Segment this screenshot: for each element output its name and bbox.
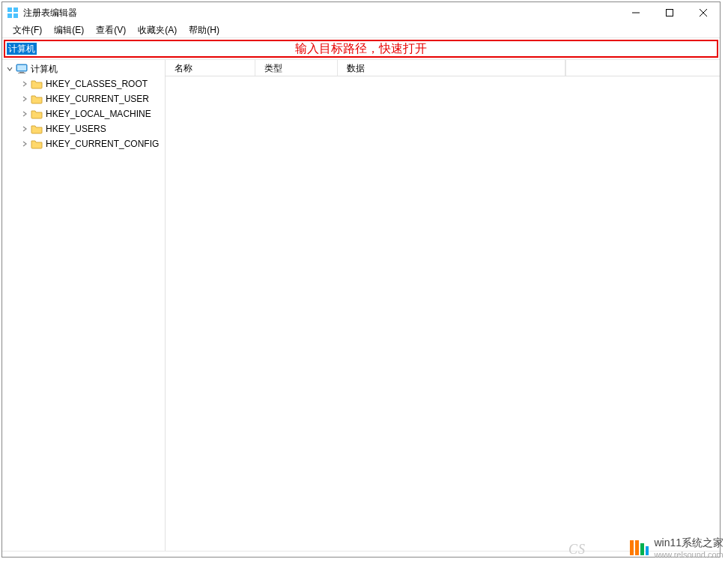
statusbar [2,551,720,557]
address-selection: 计算机 [7,43,37,55]
site-watermark: win11系统之家 www.relsound.com [628,537,724,559]
list-body[interactable] [166,76,720,551]
svg-rect-10 [19,72,24,73]
tree-node-hkcc[interactable]: HKEY_CURRENT_CONFIG [2,136,165,151]
cs-watermark: CS [568,542,586,558]
chevron-right-icon[interactable] [20,94,29,103]
tree-node-label: HKEY_CLASSES_ROOT [46,79,148,89]
svg-rect-3 [13,13,18,18]
folder-icon [31,78,43,90]
svg-rect-2 [7,13,12,18]
menu-edit[interactable]: 编辑(E) [48,22,90,38]
tree-root-computer[interactable]: 计算机 [2,61,165,76]
menu-favorites[interactable]: 收藏夹(A) [132,22,183,38]
folder-icon [31,108,43,120]
column-name[interactable]: 名称 [166,60,255,76]
tree-root-label: 计算机 [31,63,58,76]
svg-rect-14 [640,543,644,555]
chevron-down-icon[interactable] [5,64,14,73]
app-icon [7,7,19,19]
watermark-title: win11系统之家 [654,537,724,550]
column-type[interactable]: 类型 [255,60,338,76]
svg-rect-1 [13,7,18,12]
watermark-url: www.relsound.com [654,550,724,559]
folder-icon [31,123,43,135]
minimize-button[interactable] [619,2,652,23]
main-area: 计算机 HKEY_CLASSES_ROOT HKEY_CURRENT_USE [2,59,720,551]
tree-node-hkcr[interactable]: HKEY_CLASSES_ROOT [2,76,165,91]
chevron-right-icon[interactable] [20,124,29,133]
registry-editor-window: 注册表编辑器 文件(F) 编辑(E) 查看(V) 收藏夹(A) 帮助(H) 计算… [1,1,721,558]
svg-rect-5 [666,10,673,16]
tree-node-label: HKEY_LOCAL_MACHINE [46,109,151,119]
titlebar: 注册表编辑器 [2,2,720,23]
tree-node-label: HKEY_USERS [46,124,106,134]
watermark-logo-icon [628,537,649,558]
column-data[interactable]: 数据 [338,60,565,76]
svg-rect-12 [630,540,634,555]
svg-rect-9 [17,65,26,70]
menu-file[interactable]: 文件(F) [7,22,48,38]
folder-icon [31,138,43,150]
tree-node-label: HKEY_CURRENT_CONFIG [46,139,159,149]
tree-pane[interactable]: 计算机 HKEY_CLASSES_ROOT HKEY_CURRENT_USE [2,60,166,551]
list-header: 名称 类型 数据 [166,60,720,76]
svg-rect-11 [18,73,25,73]
tree-node-label: HKEY_CURRENT_USER [46,94,149,104]
svg-rect-15 [646,546,649,555]
window-title: 注册表编辑器 [23,7,77,19]
maximize-button[interactable] [652,2,686,23]
address-input[interactable] [5,41,717,56]
svg-rect-0 [7,7,12,12]
chevron-right-icon[interactable] [20,109,29,118]
computer-icon [16,63,28,75]
menu-help[interactable]: 帮助(H) [183,22,225,38]
list-pane: 名称 类型 数据 [166,60,720,551]
folder-icon [31,93,43,105]
close-button[interactable] [686,2,720,23]
addressbar-container: 计算机 输入目标路径，快速打开 [4,40,718,58]
tree-node-hklm[interactable]: HKEY_LOCAL_MACHINE [2,106,165,121]
chevron-right-icon[interactable] [20,79,29,88]
chevron-right-icon[interactable] [20,139,29,148]
tree-node-hku[interactable]: HKEY_USERS [2,121,165,136]
menu-view[interactable]: 查看(V) [90,22,132,38]
tree-node-hkcu[interactable]: HKEY_CURRENT_USER [2,91,165,106]
svg-rect-13 [635,540,639,555]
menubar: 文件(F) 编辑(E) 查看(V) 收藏夹(A) 帮助(H) [2,23,720,38]
